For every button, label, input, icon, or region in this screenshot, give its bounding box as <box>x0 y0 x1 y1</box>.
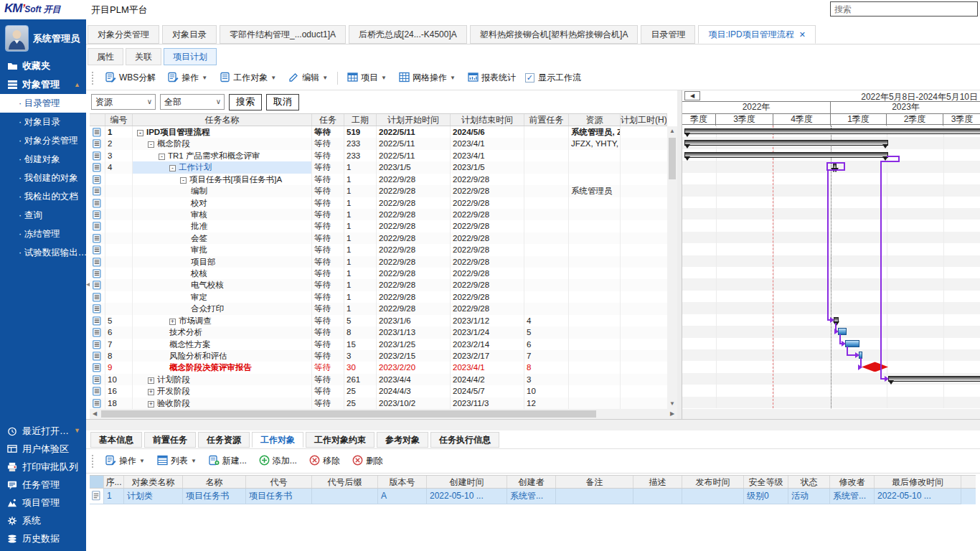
task-row-8[interactable]: 批准等待12022/9/282022/9/28 <box>90 220 667 232</box>
tree-expand-icon[interactable]: + <box>148 377 154 384</box>
detail-tab-0[interactable]: 基本信息 <box>90 432 142 448</box>
detail-tab-1[interactable]: 前置任务 <box>144 432 196 448</box>
sidebar-subitem-7[interactable]: 冻结管理 <box>0 225 86 243</box>
task-row-23[interactable]: 18+验收阶段等待252023/10/22023/11/312 <box>90 397 667 409</box>
close-icon[interactable]: ✕ <box>799 30 806 39</box>
tree-expand-icon[interactable]: + <box>148 389 154 395</box>
sidebar-bottom-item-1[interactable]: 用户体验区 <box>0 440 86 458</box>
object-column-header-10[interactable]: 发布时间 <box>682 476 744 488</box>
detail-tab-6[interactable]: 任务执行信息 <box>430 432 499 448</box>
toolbar-button-5[interactable]: 删除 <box>349 453 386 470</box>
object-column-header-7[interactable]: 创建者 <box>507 476 556 488</box>
toolbar-grip[interactable] <box>92 455 95 468</box>
resource-select[interactable]: 资源∨ <box>91 94 156 110</box>
task-row-4[interactable]: -项目任务书[项目任务书]A等待12022/9/282022/9/28 <box>90 174 667 185</box>
task-row-14[interactable]: 审定等待12022/9/282022/9/28 <box>90 291 667 303</box>
user-avatar[interactable] <box>5 25 29 52</box>
task-name[interactable]: 合众打印 <box>133 303 312 314</box>
scroll-down-icon[interactable]: ▼ <box>667 399 677 409</box>
toolbar-button-3[interactable]: 添加... <box>256 453 300 470</box>
view-tab-0[interactable]: 属性 <box>88 48 123 65</box>
task-name[interactable]: 审核 <box>133 209 312 220</box>
task-row-19[interactable]: 8风险分析和评估等待32023/2/152023/2/177 <box>90 350 667 362</box>
task-row-0[interactable]: 1-IPD项目管理流程等待5192022/5/112024/5/6系统管理员, … <box>90 126 667 138</box>
doc-tab-6[interactable]: 项目:IPD项目管理流程✕ <box>698 25 816 44</box>
task-name[interactable]: -工作计划 <box>133 161 312 173</box>
task-row-15[interactable]: 合众打印等待12022/9/282022/9/28 <box>90 303 667 314</box>
column-header-2[interactable]: 任务 <box>312 114 344 126</box>
column-header-icon[interactable] <box>90 114 105 126</box>
column-header-0[interactable]: 编号 <box>105 114 133 126</box>
tree-collapse-icon[interactable]: - <box>148 141 154 148</box>
sidebar-bottom-item-2[interactable]: 打印审批队列 <box>0 458 86 476</box>
task-name[interactable]: 概念阶段决策评审报告 <box>133 362 312 373</box>
object-column-header-4[interactable]: 代号后缀 <box>312 476 378 488</box>
gantt-summary-bar[interactable] <box>684 128 980 134</box>
toolbar-button-2[interactable]: 工作对象▼ <box>217 70 279 87</box>
task-row-11[interactable]: 项目部等待12022/9/282022/9/28 <box>90 256 667 268</box>
tree-collapse-icon[interactable]: - <box>137 130 143 136</box>
doc-tab-3[interactable]: 后桥壳总成[24...-K4500]A <box>349 25 467 44</box>
sidebar-bottom-item-4[interactable]: 项目管理 <box>0 494 86 512</box>
toolbar-button-6[interactable]: 网格操作▼ <box>396 70 458 87</box>
detail-tab-5[interactable]: 参考对象 <box>377 432 428 448</box>
task-row-6[interactable]: 校对等待12022/9/282022/9/28 <box>90 197 667 209</box>
toolbar-button-5[interactable]: 项目▼ <box>344 70 390 87</box>
toolbar-button-3[interactable]: 编辑▼ <box>286 70 331 87</box>
task-name[interactable]: 电气校核 <box>133 279 312 291</box>
tree-expand-icon[interactable]: + <box>169 319 176 325</box>
tree-expand-icon[interactable]: + <box>148 401 154 408</box>
gantt-hscrollbar[interactable] <box>682 409 980 419</box>
column-header-5[interactable]: 计划结束时间 <box>451 114 524 126</box>
object-column-header-13[interactable]: 修改者 <box>830 476 875 488</box>
task-row-18[interactable]: 7概念性方案等待152023/1/252023/2/146 <box>90 339 667 350</box>
task-row-3[interactable]: 4-工作计划等待12023/1/52023/1/5 <box>90 161 667 173</box>
sidebar-subitem-6[interactable]: 查询 <box>0 206 86 225</box>
object-column-header-14[interactable]: 最后修改时间 <box>875 476 961 488</box>
task-name[interactable]: 校对 <box>133 197 312 209</box>
task-row-10[interactable]: 审批等待12022/9/282022/9/28 <box>90 244 667 255</box>
toolbar-grip[interactable] <box>92 72 95 85</box>
task-name[interactable]: +计划阶段 <box>133 374 312 385</box>
toolbar-button-2[interactable]: 新建... <box>206 453 250 470</box>
tree-collapse-icon[interactable]: - <box>159 154 165 160</box>
vscroll-thumb[interactable] <box>669 138 676 179</box>
scroll-right-icon[interactable]: ▶ <box>667 409 677 419</box>
view-tab-2[interactable]: 项目计划 <box>164 48 217 65</box>
sidebar-subitem-4[interactable]: 我创建的对象 <box>0 169 86 187</box>
select-all-corner[interactable] <box>90 476 104 488</box>
gantt-summary-bar[interactable] <box>888 376 980 382</box>
object-column-header-0[interactable]: 序... <box>104 476 124 488</box>
toolbar-button-7[interactable]: 报表统计 <box>465 70 519 87</box>
sidebar-subitem-3[interactable]: 创建对象 <box>0 150 86 169</box>
sidebar-bottom-item-5[interactable]: 系统 <box>0 512 86 529</box>
task-name[interactable]: -概念阶段 <box>133 138 312 149</box>
object-column-header-12[interactable]: 状态 <box>788 476 830 488</box>
task-name[interactable]: -TR1 产品需求和概念评审 <box>133 150 312 161</box>
gantt-scroll-left-icon[interactable]: ◀ <box>684 91 700 100</box>
detail-tab-3[interactable]: 工作对象 <box>252 432 303 448</box>
task-row-2[interactable]: 3-TR1 产品需求和概念评审等待2332022/5/112023/4/1 <box>90 150 667 161</box>
task-name[interactable]: 概念性方案 <box>133 339 312 350</box>
object-column-header-6[interactable]: 创建时间 <box>427 476 507 488</box>
toolbar-button-1[interactable]: 操作▼ <box>165 70 210 87</box>
detail-tab-4[interactable]: 工作对象约束 <box>306 432 374 448</box>
object-column-header-5[interactable]: 版本号 <box>378 476 427 488</box>
sidebar-bottom-item-3[interactable]: 任务管理 <box>0 476 86 494</box>
sidebar-bottom-item-6[interactable]: 历史数据 <box>0 529 86 547</box>
toolbar-button-0[interactable]: WBS分解 <box>103 70 159 87</box>
task-name[interactable]: -项目任务书[项目任务书]A <box>133 174 312 185</box>
task-name[interactable]: 审定 <box>133 291 312 303</box>
scroll-up-icon[interactable]: ▲ <box>667 126 677 136</box>
task-row-21[interactable]: 10+计划阶段等待2612023/4/42024/4/23 <box>90 374 667 385</box>
column-header-4[interactable]: 计划开始时间 <box>377 114 451 126</box>
task-name[interactable]: 编制 <box>133 185 312 197</box>
task-name[interactable]: 审批 <box>133 244 312 255</box>
task-row-13[interactable]: 电气校核等待12022/9/282022/9/28 <box>90 279 667 291</box>
sidebar-subitem-2[interactable]: 对象分类管理 <box>0 131 86 150</box>
task-name[interactable]: +验收阶段 <box>133 397 312 409</box>
sidebar-subitem-5[interactable]: 我检出的文档 <box>0 187 86 206</box>
task-row-22[interactable]: 16+开发阶段等待252024/4/32024/5/710 <box>90 385 667 397</box>
object-column-header-3[interactable]: 代号 <box>246 476 312 488</box>
task-name[interactable]: 项目部 <box>133 256 312 268</box>
